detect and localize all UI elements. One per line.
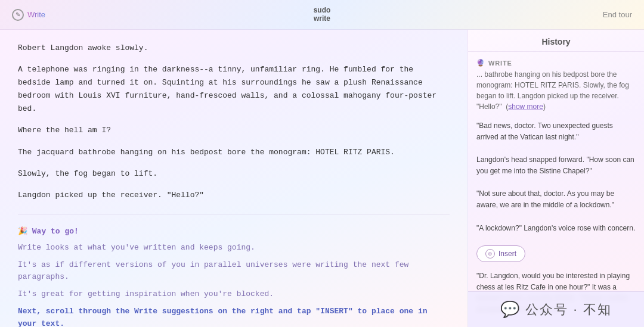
suggestion-line-2: It's as if different versions of you in … <box>18 259 450 284</box>
suggestion-header: 🎉 Way to go! <box>18 226 450 236</box>
history-item-2: Langdon's head snapped forward. "How soo… <box>476 154 636 182</box>
paragraph-4: The jacquard bathrobe hanging on his bed… <box>18 146 450 159</box>
history-item-1: "Bad news, doctor. Two unexpected guests… <box>476 120 636 148</box>
insert-label-1: Insert <box>499 250 516 258</box>
story-text: Robert Langdon awoke slowly. A telephone… <box>18 42 450 202</box>
write-entry: 🔮 WRITE ... bathrobe hanging on his bedp… <box>476 59 636 112</box>
wechat-overlay: 💬 公众号 · 不知 <box>468 291 644 327</box>
header-logo: ✎ Write <box>12 9 45 21</box>
paragraph-6: Langdon picked up the receiver. "Hello?" <box>18 189 450 202</box>
app-title-line2: write <box>314 15 331 23</box>
paragraph-3: Where the hell am I? <box>18 124 450 137</box>
paragraph-2: A telephone was ringing in the darkness-… <box>18 63 450 116</box>
header: ✎ Write sudo write End tour <box>0 0 644 30</box>
divider <box>18 214 450 214</box>
paragraph-5: Slowly, the fog began to lift. <box>18 167 450 180</box>
insert-button-1[interactable]: ⊕ Insert <box>476 245 525 262</box>
write-label: Write <box>27 10 45 19</box>
paragraph-1: Robert Langdon awoke slowly. <box>18 42 450 55</box>
history-content[interactable]: 🔮 WRITE ... bathrobe hanging on his bedp… <box>468 52 644 327</box>
suggestion-block: 🎉 Way to go! Write looks at what you've … <box>18 220 450 327</box>
right-panel: History 🔮 WRITE ... bathrobe hanging on … <box>468 30 644 327</box>
suggestion-line-1: Write looks at what you've written and k… <box>18 242 450 254</box>
history-item-4: "A lockdown?" Langdon's voice rose with … <box>476 223 636 240</box>
left-panel: Robert Langdon awoke slowly. A telephone… <box>0 30 468 327</box>
history-header: History <box>468 30 644 52</box>
write-preview-text: ... bathrobe hanging on his bedpost bore… <box>476 69 636 112</box>
insert-icon-1: ⊕ <box>485 249 495 259</box>
wechat-text: 公众号 · 不知 <box>525 301 611 319</box>
end-tour-button[interactable]: End tour <box>603 10 632 19</box>
write-label-row: 🔮 WRITE <box>476 59 636 67</box>
wechat-icon: 💬 <box>500 300 521 319</box>
suggestion-line-3: It's great for getting inspiration when … <box>18 288 450 301</box>
write-entry-label: WRITE <box>488 60 512 67</box>
write-icon: ✎ <box>12 9 24 21</box>
history-item-3: "Not sure about that, doctor. As you may… <box>476 188 636 216</box>
suggestion-line-4: Next, scroll through the Write suggestio… <box>18 306 450 327</box>
write-entry-icon: 🔮 <box>476 59 485 67</box>
header-center: sudo write <box>314 7 331 22</box>
show-more-link[interactable]: show more <box>508 102 543 111</box>
main-content: Robert Langdon awoke slowly. A telephone… <box>0 30 644 327</box>
